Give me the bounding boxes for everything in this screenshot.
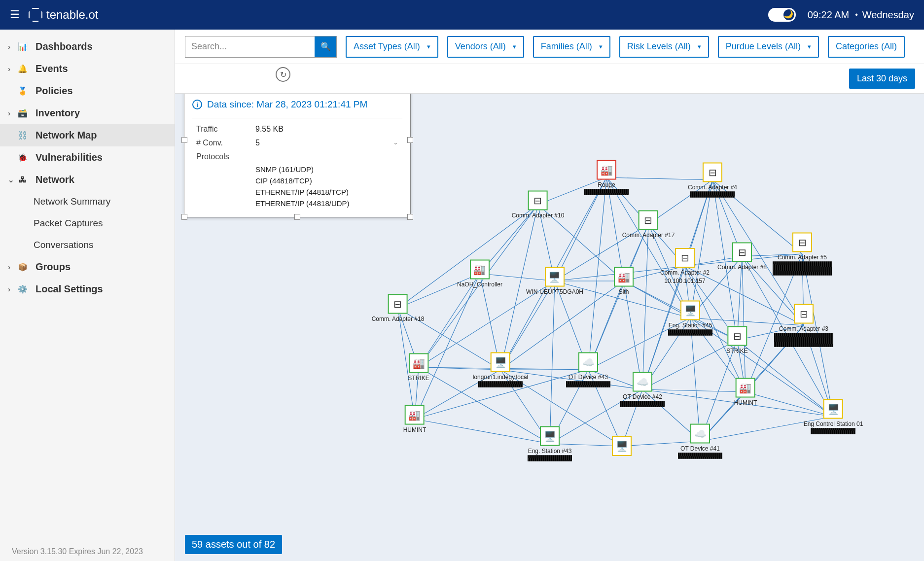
search-icon: 🔍: [320, 41, 331, 52]
edge[interactable]: [550, 281, 555, 444]
nav-local-settings[interactable]: › ⚙️ Local Settings: [0, 278, 175, 300]
connection-popup: 🏭 PLC #14 ‹···› 🖥️ Eng. Station #43: [184, 94, 411, 217]
nav-vulnerabilities[interactable]: 🐞 Vulnerabilities: [0, 146, 175, 169]
node-ot43[interactable]: ☁️OT Device #43: [566, 352, 610, 387]
ot-icon: ☁️: [690, 424, 710, 444]
filter-purdue-levels[interactable]: Purdue Levels (All)▾: [718, 36, 819, 58]
network-map-canvas[interactable]: 🏭 PLC #14 ‹···› 🖥️ Eng. Station #43: [175, 94, 924, 561]
asset-count-badge: 59 assets out of 82: [185, 535, 282, 554]
chevron-right-icon: ›: [8, 263, 17, 271]
eth-icon: ⊟: [675, 248, 695, 268]
chevron-down-icon: ▾: [599, 43, 603, 50]
node-label: OT Device #43: [569, 374, 608, 381]
popup-conv-row[interactable]: # Conv. 5 ⌄: [196, 136, 398, 150]
redacted-text: [668, 330, 712, 336]
redacted-text: [678, 453, 722, 459]
nav-inventory[interactable]: › 🗃️ Inventory: [0, 102, 175, 124]
node-ot41[interactable]: ☁️OT Device #41: [678, 424, 722, 459]
filter-vendors[interactable]: Vendors (All)▾: [447, 36, 524, 58]
redacted-text: [478, 382, 523, 387]
node-label: STRIKE: [726, 348, 747, 354]
redacted-text: [566, 382, 610, 387]
node-ca17[interactable]: ⊟Comm. Adapter #17: [622, 210, 675, 239]
node-ca3[interactable]: ⊟Comm. Adapter #3: [774, 304, 833, 347]
eth-icon: ⊟: [794, 304, 814, 324]
filter-risk-levels[interactable]: Risk Levels (All)▾: [619, 36, 709, 58]
node-ca18[interactable]: ⊟Comm. Adapter #18: [372, 294, 425, 322]
edge[interactable]: [398, 205, 538, 308]
node-ca10[interactable]: ⊟Comm. Adapter #10: [512, 191, 565, 219]
chevron-down-icon: ▾: [698, 43, 701, 50]
node-ca8[interactable]: ⊟Comm. Adapter #8: [717, 243, 767, 271]
nav-network[interactable]: ⌄ 🖧 Network: [0, 169, 175, 191]
node-ca4[interactable]: ⊟Comm. Adapter #4: [688, 163, 737, 198]
node-es43[interactable]: 🖥️Eng. Station #43: [528, 426, 572, 461]
filter-families[interactable]: Families (All)▾: [533, 36, 610, 58]
node-label: Rouge: [598, 181, 615, 188]
node-label: Comm. Adapter #3: [779, 325, 828, 332]
node-label: Comm. Adapter #10: [512, 212, 565, 219]
redacted-text: [528, 456, 572, 461]
node-ecs01[interactable]: 🖥️Eng Control Station 01: [804, 399, 863, 434]
search-box: 🔍: [185, 36, 337, 58]
redacted-text: [773, 262, 832, 276]
node-rouge[interactable]: 🏭Rouge: [584, 160, 629, 195]
nav-events[interactable]: › 🔔 Events: [0, 58, 175, 80]
protocol-item: ETHERNET/IP (44818/UDP): [255, 198, 398, 209]
version-footer: Version 3.15.30 Expires Jun 22, 2023: [0, 542, 175, 561]
node-label: STRIKE: [408, 375, 429, 382]
node-label: Eng. Station #43: [528, 448, 572, 455]
nav-policies[interactable]: 🏅 Policies: [0, 80, 175, 102]
node-label: NaOH_Controller: [457, 281, 502, 288]
badge-icon: 🏅: [17, 86, 29, 96]
plc-icon: 🏭: [736, 378, 755, 398]
chevron-down-icon: ⌄: [393, 139, 398, 147]
node-win[interactable]: 🖥️WIN-UEUPT5DGA0H: [526, 267, 583, 295]
redacted-text: [774, 333, 833, 347]
edge[interactable]: [742, 256, 746, 392]
timeframe-button[interactable]: Last 30 days: [849, 69, 915, 89]
node-label: Sith: [619, 288, 629, 295]
nav-network-map[interactable]: ⛓️ Network Map: [0, 124, 175, 146]
dark-mode-toggle[interactable]: 🌙: [768, 8, 796, 22]
node-humint2[interactable]: 🏭HUMINT: [734, 378, 757, 406]
search-button[interactable]: 🔍: [315, 36, 336, 57]
toolbar: 🔍 Asset Types (All)▾ Vendors (All)▾ Fami…: [175, 30, 924, 64]
eth-icon: ⊟: [639, 210, 658, 230]
node-strike2[interactable]: ⊟STRIKE: [726, 326, 747, 354]
nav-dashboards[interactable]: › 📊 Dashboards: [0, 35, 175, 58]
edge[interactable]: [588, 177, 606, 370]
node-longrun[interactable]: 🖥️longrun1.indegy.local: [473, 352, 529, 387]
menu-icon[interactable]: ☰: [10, 8, 20, 21]
ot-icon: ☁️: [578, 352, 598, 372]
node-n24[interactable]: 🖥️: [612, 436, 632, 456]
redacted-text: [620, 401, 665, 407]
edge[interactable]: [642, 224, 648, 389]
node-naoh[interactable]: 🏭NaOH_Controller: [457, 260, 502, 288]
nav-packet-captures[interactable]: Packet Captures: [0, 212, 175, 234]
pc-icon: 🖥️: [540, 426, 560, 446]
node-ot42[interactable]: ☁️OT Device #42: [620, 372, 665, 407]
search-input[interactable]: [185, 36, 315, 57]
protocol-item: ETHERNET/IP (44818/TCP): [255, 186, 398, 198]
nav-conversations[interactable]: Conversations: [0, 234, 175, 256]
node-ca5[interactable]: ⊟Comm. Adapter #5: [773, 233, 832, 276]
nav-network-summary[interactable]: Network Summary: [0, 191, 175, 212]
edge[interactable]: [690, 318, 700, 441]
node-humint1[interactable]: 🏭HUMINT: [403, 405, 426, 433]
node-sith[interactable]: 🏭Sith: [614, 267, 634, 295]
chevron-right-icon: ›: [8, 109, 17, 117]
eth-icon: ⊟: [528, 191, 548, 210]
node-es45[interactable]: 🖥️Eng. Station #45: [668, 301, 712, 336]
filter-categories[interactable]: Categories (All): [828, 36, 905, 58]
node-label: Comm. Adapter #4: [688, 184, 737, 191]
protocol-item: CIP (44818/TCP): [255, 175, 398, 186]
brand-text: tenable.ot: [46, 8, 98, 22]
nav-groups[interactable]: › 📦 Groups: [0, 256, 175, 278]
node-ca2[interactable]: ⊟Comm. Adapter #210.100.101.157: [660, 248, 710, 284]
filter-asset-types[interactable]: Asset Types (All)▾: [346, 36, 438, 58]
header-day: Wednesday: [862, 9, 914, 21]
refresh-button[interactable]: ↻: [276, 67, 290, 82]
node-strike1[interactable]: 🏭STRIKE: [408, 353, 429, 382]
eth-icon: ⊟: [792, 233, 812, 252]
